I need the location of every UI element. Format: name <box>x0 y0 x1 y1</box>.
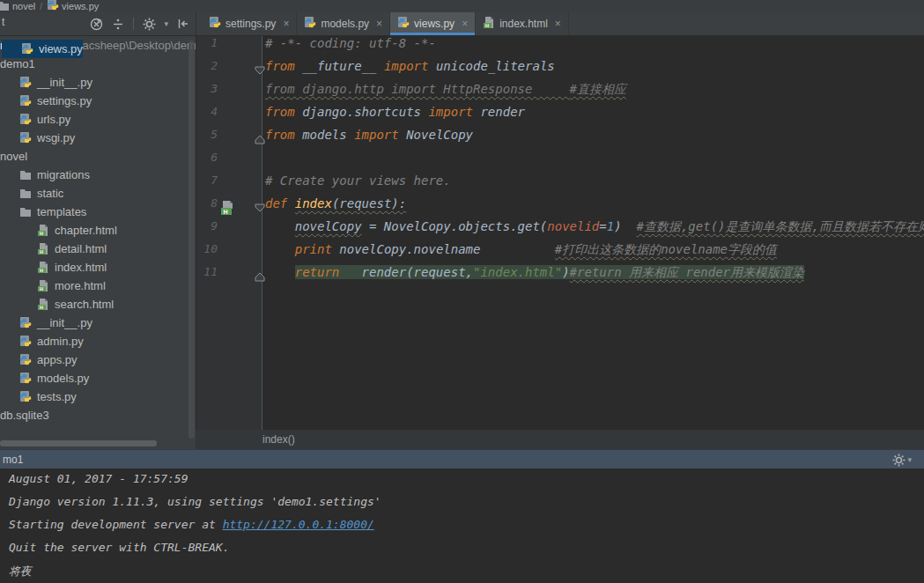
editor-line[interactable]: 7# Create your views here. <box>196 173 924 196</box>
tree-horizontal-scrollbar[interactable] <box>0 440 157 446</box>
code-token <box>265 219 295 233</box>
server-url-link[interactable]: http://127.0.0.1:8000/ <box>223 518 374 531</box>
editor-line[interactable]: 2from __future__ import unicode_literals <box>196 59 924 82</box>
tree-item-more-html[interactable]: Hmore.html <box>0 277 196 295</box>
tree-item-admin-py[interactable]: admin.py <box>0 332 196 351</box>
editor-empty-area[interactable] <box>196 288 924 431</box>
tree-item-templates[interactable]: templates <box>0 203 196 221</box>
python-file-icon <box>19 132 33 144</box>
fold-marker-icon[interactable] <box>255 203 265 216</box>
breadcrumb-label: novel <box>12 1 35 11</box>
code-token: novelid <box>547 219 599 233</box>
editor-gutter: 4 <box>196 105 262 128</box>
console-output: August 01, 2017 - 17:57:59Django version… <box>0 469 924 583</box>
editor-line[interactable]: 8Hdef index(request): <box>196 196 924 219</box>
console-header[interactable]: mo1 ▾ <box>0 449 924 469</box>
svg-text:H: H <box>224 209 228 215</box>
tree-item-index-html[interactable]: Hindex.html <box>0 258 196 277</box>
breadcrumb-item-views-py[interactable]: views.py <box>47 0 99 12</box>
tree-item-settings-py[interactable]: settings.py <box>0 92 196 110</box>
hide-left-icon[interactable] <box>176 17 190 31</box>
code-token: index <box>295 196 332 210</box>
tree-item-migrations[interactable]: migrations <box>0 166 196 184</box>
project-view-selector[interactable]: t ▾ <box>2 16 4 28</box>
editor-line[interactable]: 11 return render(request,"index.html")#r… <box>196 265 924 288</box>
html-file-icon: H <box>37 225 51 237</box>
python-icon <box>47 0 59 12</box>
code-token: #return 用来相应 render用来模版渲染 <box>570 265 804 279</box>
fold-marker-icon[interactable] <box>255 65 265 78</box>
tab-label: index.html <box>499 18 548 30</box>
code-token: return <box>295 265 340 279</box>
editor-line[interactable]: 4from django.shortcuts import render <box>196 105 924 128</box>
breadcrumb-label: views.py <box>62 1 99 11</box>
close-icon[interactable]: × <box>283 18 289 30</box>
tree-item-detail-html[interactable]: Hdetail.html <box>0 240 196 258</box>
console-tab-label[interactable]: mo1 <box>3 454 23 466</box>
tree-vertical-scrollbar[interactable] <box>188 41 195 439</box>
python-file-icon <box>19 95 33 107</box>
code-editor[interactable]: 1# -*- coding: utf-8 -*-2from __future__… <box>196 36 924 431</box>
console-text: Starting development server at <box>9 518 223 531</box>
editor-gutter <box>196 288 262 431</box>
code-token: from <box>265 128 295 142</box>
close-icon[interactable]: × <box>462 18 468 30</box>
code-line-text: from django.shortcuts import render <box>262 105 525 128</box>
tree-item-label: more.html <box>55 277 106 295</box>
tab-views-py[interactable]: views.py× <box>390 12 476 35</box>
code-line-text: from models import NovelCopy <box>262 128 473 151</box>
editor-line[interactable]: 6 <box>196 151 924 173</box>
tree-item-label: urls.py <box>37 110 70 129</box>
tree-item-static[interactable]: static <box>0 184 196 203</box>
goto-template-icon[interactable]: H <box>219 200 235 218</box>
editor-line[interactable]: 5from models import NovelCopy <box>196 128 924 151</box>
tab-index-html[interactable]: Hindex.html× <box>476 12 569 35</box>
tree-item-tests-py[interactable]: tests.py <box>0 387 196 406</box>
editor-gutter: 3 <box>196 82 262 105</box>
toolbar-separator <box>133 18 134 30</box>
breadcrumb-separator: / <box>40 2 42 11</box>
code-token: "index.html" <box>473 265 562 279</box>
tree-item-models-py[interactable]: models.py <box>0 369 196 387</box>
tree-item-novel[interactable]: novel <box>0 147 196 166</box>
breadcrumb-item-novel[interactable]: novel <box>2 0 35 12</box>
html-file-icon: H <box>483 17 495 32</box>
code-token: import <box>384 59 429 73</box>
close-icon[interactable]: × <box>555 18 561 30</box>
fold-marker-icon[interactable] <box>255 134 265 147</box>
tab-settings-py[interactable]: settings.py× <box>202 12 297 35</box>
tree-item-label: __init__.py <box>37 314 92 332</box>
editor-line[interactable]: 1# -*- coding: utf-8 -*- <box>196 36 924 59</box>
fold-marker-icon[interactable] <box>255 271 265 284</box>
tab-models-py[interactable]: models.py× <box>297 12 390 35</box>
svg-text:H: H <box>40 249 43 255</box>
locate-icon[interactable] <box>89 17 103 31</box>
tree-item-search-html[interactable]: Hsearch.html <box>0 295 196 314</box>
tree-item-__init__-py[interactable]: __init__.py <box>0 314 196 332</box>
editor-gutter: 5 <box>196 128 262 151</box>
editor-line[interactable]: 3from django.http import HttpResponse #直… <box>196 82 924 105</box>
console-gear-icon[interactable] <box>891 453 906 467</box>
tree-item-db-sqlite3[interactable]: db.sqlite3 <box>0 406 196 424</box>
breadcrumb: novel/views.py <box>0 0 924 12</box>
tree-item-wsgi-py[interactable]: wsgi.py <box>0 129 196 147</box>
tree-item-chapter-html[interactable]: Hchapter.html <box>0 221 196 240</box>
python-file-icon <box>19 373 33 385</box>
tab-label: views.py <box>414 18 455 30</box>
editor-breadcrumb-item[interactable]: index() <box>262 433 295 446</box>
svg-text:H: H <box>40 231 43 236</box>
collapse-icon[interactable] <box>111 17 125 31</box>
tree-item-views-py[interactable]: views.py <box>2 40 83 58</box>
close-icon[interactable]: × <box>376 18 382 30</box>
tree-item-apps-py[interactable]: apps.py <box>0 351 196 369</box>
tree-item-urls-py[interactable]: urls.py <box>0 110 196 129</box>
code-token <box>287 196 294 210</box>
tree-item-__init__-py[interactable]: __init__.py <box>0 73 196 92</box>
editor-line[interactable]: 9 novelCopy = NovelCopy.objects.get(nove… <box>196 219 924 242</box>
code-token: novelCopy.novelname <box>332 242 555 256</box>
line-number: 2 <box>196 59 218 72</box>
editor-gutter: 6 <box>196 151 262 173</box>
code-token: import <box>428 105 473 119</box>
editor-line[interactable]: 10 print novelCopy.novelname #打印出这条数据的no… <box>196 242 924 265</box>
gear-icon[interactable] <box>142 17 156 31</box>
